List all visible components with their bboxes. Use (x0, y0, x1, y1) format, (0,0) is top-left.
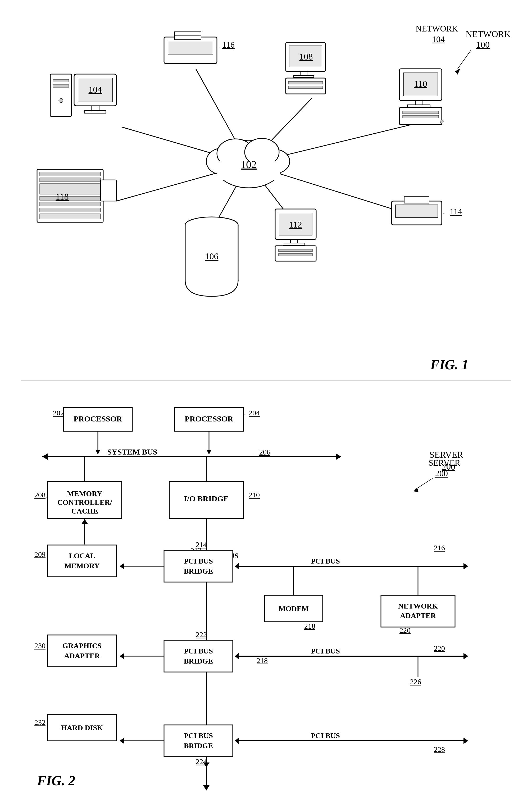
svg-text:232: 232 (34, 718, 45, 727)
svg-text:112: 112 (289, 220, 302, 229)
svg-text:114: 114 (450, 207, 462, 216)
svg-rect-166 (164, 725, 233, 757)
svg-rect-40 (288, 81, 323, 84)
svg-rect-78 (100, 180, 116, 201)
svg-marker-18 (455, 68, 460, 75)
svg-text:218: 218 (304, 622, 315, 630)
svg-text:228: 228 (434, 745, 445, 753)
svg-rect-26 (53, 85, 69, 87)
svg-text:NETWORK: NETWORK (398, 602, 438, 610)
svg-marker-173 (463, 738, 468, 744)
svg-rect-72 (40, 178, 100, 182)
svg-rect-25 (53, 79, 69, 82)
fig2-diagram: FIG. 2 SERVER 200 PROCESSOR 202 PROCESSO… (21, 397, 511, 794)
svg-marker-89 (96, 450, 100, 455)
svg-text:I/O BRIDGE: I/O BRIDGE (184, 494, 228, 503)
svg-text:226: 226 (410, 678, 421, 686)
svg-text:ADAPTER: ADAPTER (64, 651, 100, 660)
fig1-diagram: NETWORK 104 FIG. 1 (21, 16, 511, 381)
svg-marker-157 (463, 653, 468, 659)
svg-rect-53 (404, 196, 429, 203)
svg-rect-38 (294, 75, 314, 77)
svg-text:202: 202 (53, 409, 64, 417)
svg-rect-23 (85, 111, 106, 113)
svg-text:CONTROLLER/: CONTROLLER/ (57, 498, 112, 507)
svg-text:PROCESSOR: PROCESSOR (185, 414, 233, 423)
svg-text:200: 200 (435, 469, 448, 478)
svg-marker-130 (120, 563, 124, 569)
svg-rect-140 (381, 595, 455, 627)
svg-text:PROCESSOR: PROCESSOR (74, 414, 122, 423)
svg-text:208: 208 (34, 491, 45, 499)
svg-text:108: 108 (299, 52, 313, 61)
svg-text:210: 210 (249, 491, 260, 499)
svg-text:MODEM: MODEM (279, 605, 309, 613)
svg-rect-77 (40, 214, 100, 219)
svg-text:NETWORK: NETWORK (465, 29, 511, 39)
svg-line-17 (458, 50, 471, 69)
svg-text:MEMORY: MEMORY (67, 490, 103, 498)
svg-text:ADAPTER: ADAPTER (400, 611, 436, 620)
svg-marker-91 (207, 450, 211, 455)
svg-rect-75 (40, 202, 100, 206)
svg-text:LOCAL: LOCAL (69, 552, 95, 560)
page: NETWORK 104 FIG. 1 (0, 0, 532, 808)
svg-rect-46 (407, 105, 430, 107)
svg-rect-71 (40, 172, 100, 176)
svg-text:CACHE: CACHE (71, 507, 98, 515)
svg-text:116: 116 (222, 40, 235, 50)
svg-text:PCI BUS: PCI BUS (311, 732, 340, 740)
svg-text:220: 220 (434, 644, 445, 653)
svg-marker-154 (120, 653, 124, 659)
svg-text:204: 204 (249, 409, 260, 417)
svg-text:104: 104 (89, 85, 102, 94)
svg-marker-101 (414, 488, 419, 492)
svg-text:SERVER: SERVER (428, 458, 461, 467)
svg-rect-119 (48, 545, 116, 577)
svg-text:BRIDGE: BRIDGE (184, 657, 213, 665)
svg-text:110: 110 (414, 79, 427, 89)
svg-rect-149 (164, 640, 233, 672)
svg-text:220: 220 (400, 626, 410, 635)
svg-text:SYSTEM BUS: SYSTEM BUS (107, 447, 157, 456)
svg-text:222: 222 (196, 630, 207, 639)
svg-text:PCI BUS: PCI BUS (311, 647, 340, 655)
svg-text:230: 230 (34, 642, 45, 650)
svg-rect-37 (300, 71, 307, 76)
svg-marker-118 (203, 785, 209, 791)
svg-text:PCI BUS: PCI BUS (184, 647, 213, 655)
svg-text:HARD DISK: HARD DISK (61, 723, 103, 732)
svg-text:PCI BUS: PCI BUS (184, 732, 213, 740)
svg-text:206: 206 (259, 448, 270, 456)
svg-marker-170 (120, 738, 124, 744)
svg-marker-94 (336, 454, 341, 460)
svg-rect-76 (40, 208, 100, 212)
svg-marker-133 (463, 563, 468, 569)
svg-text:100: 100 (476, 40, 490, 50)
svg-rect-145 (48, 635, 116, 667)
svg-point-27 (59, 98, 63, 103)
svg-text:PCI BUS: PCI BUS (311, 557, 340, 565)
svg-text:118: 118 (56, 192, 69, 202)
svg-text:BRIDGE: BRIDGE (184, 567, 213, 575)
svg-rect-29 (168, 41, 213, 54)
svg-rect-74 (40, 196, 100, 200)
svg-rect-125 (164, 550, 233, 582)
svg-text:BRIDGE: BRIDGE (184, 741, 213, 750)
svg-rect-41 (288, 86, 323, 89)
svg-text:214: 214 (196, 540, 207, 549)
svg-text:106: 106 (205, 251, 219, 261)
fig1-svg: 102 NETWORK 100 104 (21, 16, 511, 381)
svg-rect-48 (403, 111, 439, 114)
svg-rect-73 (40, 184, 100, 194)
svg-rect-60 (283, 243, 305, 245)
svg-text:PCI BUS: PCI BUS (184, 557, 213, 565)
svg-text:216: 216 (434, 544, 445, 552)
svg-rect-63 (279, 254, 312, 256)
svg-text:MEMORY: MEMORY (65, 562, 100, 570)
svg-rect-52 (396, 205, 438, 218)
svg-text:GRAPHICS: GRAPHICS (62, 642, 102, 650)
svg-line-100 (415, 478, 433, 490)
svg-rect-49 (403, 115, 439, 118)
svg-text:102: 102 (241, 159, 257, 170)
